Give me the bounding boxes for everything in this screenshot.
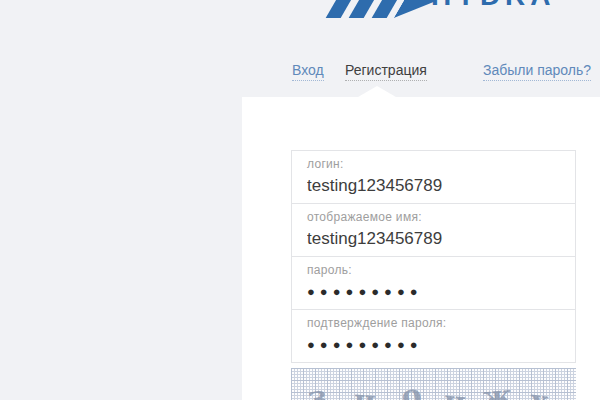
logo-slashes-icon xyxy=(329,0,429,18)
tab-login[interactable]: Вход xyxy=(292,63,324,81)
captcha-glyph: ж xyxy=(481,377,514,400)
tab-forgot-password[interactable]: Забыли пароль? xyxy=(483,63,591,81)
captcha-image[interactable]: з н о н ж х xyxy=(291,368,576,400)
active-tab-pointer xyxy=(358,86,396,97)
captcha-glyph: н xyxy=(442,383,467,400)
captcha-glyphs: з н о н ж х xyxy=(291,368,576,400)
login-input[interactable] xyxy=(307,176,560,196)
display-name-field-group[interactable]: отображаемое имя: xyxy=(291,203,576,257)
password-confirm-label: подтверждение пароля: xyxy=(307,316,560,330)
password-confirm-input[interactable] xyxy=(307,335,560,355)
form-panel: логин: отображаемое имя: пароль: подтвер… xyxy=(242,97,600,400)
display-name-input[interactable] xyxy=(307,229,560,249)
captcha-glyph: з xyxy=(306,378,329,400)
logo-text: HYDRA xyxy=(431,0,556,10)
registration-form: логин: отображаемое имя: пароль: подтвер… xyxy=(291,150,576,400)
captcha-glyph: о xyxy=(399,376,424,400)
registration-page: HYDRA Вход Регистрация Забыли пароль? ло… xyxy=(0,0,600,400)
password-input[interactable] xyxy=(307,282,560,302)
login-field-group[interactable]: логин: xyxy=(291,150,576,204)
display-name-label: отображаемое имя: xyxy=(307,210,560,224)
tab-registration[interactable]: Регистрация xyxy=(345,63,427,81)
captcha-glyph: х xyxy=(528,382,551,400)
logo[interactable]: HYDRA xyxy=(329,0,569,20)
password-label: пароль: xyxy=(307,263,560,277)
captcha-glyph: н xyxy=(353,382,377,400)
password-field-group[interactable]: пароль: xyxy=(291,256,576,310)
login-label: логин: xyxy=(307,157,560,171)
password-confirm-field-group[interactable]: подтверждение пароля: xyxy=(291,309,576,363)
